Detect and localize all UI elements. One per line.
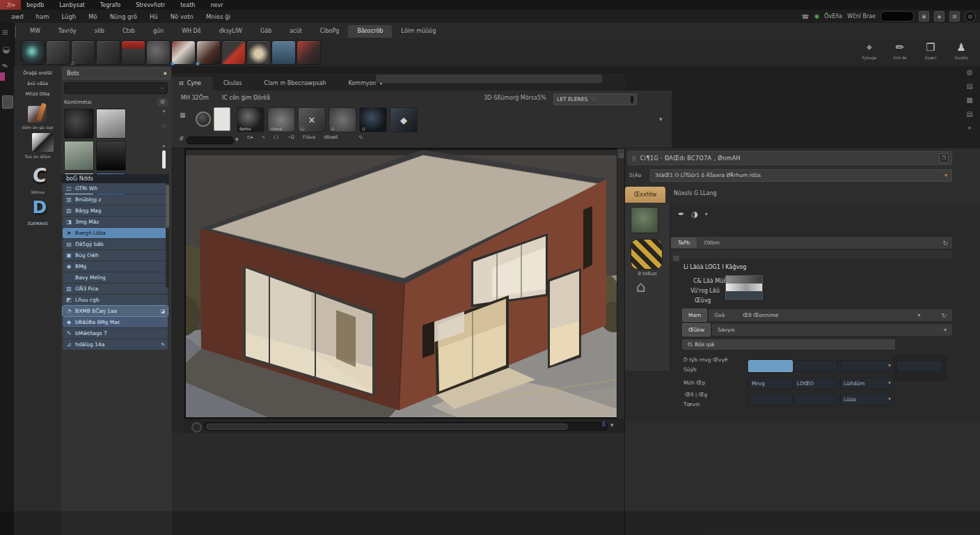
list-item[interactable]: ▤ Dä5gÿ bäb	[63, 239, 168, 249]
scroll-up-icon[interactable]: ▴	[159, 143, 168, 148]
toolbar-thumbnail-button[interactable]	[121, 40, 145, 65]
document-tab[interactable]: Ckulas	[213, 77, 253, 91]
view-control-button[interactable]: ( )	[274, 134, 278, 140]
param-field-3c[interactable]: Lûûo	[840, 394, 891, 405]
sphere-tool-icon[interactable]	[196, 111, 211, 127]
list-item[interactable]: ✎ bMŵtltags 7	[63, 328, 168, 339]
menu-item[interactable]: awd	[11, 13, 24, 20]
material-tool-button[interactable]: O	[329, 107, 356, 132]
toolbar-thumbnail-button[interactable]: ◦	[271, 40, 296, 65]
tool-button[interactable]: ⌖ Fykage	[856, 40, 883, 65]
row-caret-icon[interactable]: ▾	[659, 116, 663, 123]
document-tab[interactable]: ⊟ Cyne	[172, 77, 213, 91]
list-item[interactable]: ◫ GTRi Wh	[63, 183, 168, 194]
param-caret-2[interactable]: ▾	[888, 380, 891, 386]
param-field-2c[interactable]: Lûñdûm	[840, 378, 891, 389]
list-item[interactable]: ◩ Lñuu cgb	[63, 295, 168, 305]
section2-caret-icon[interactable]: ▾	[944, 327, 947, 333]
menu-item[interactable]: Nö votn	[171, 13, 193, 20]
3dmax-logo-icon[interactable]: C	[25, 162, 54, 187]
texture-swatch[interactable]	[96, 141, 126, 171]
menu-item[interactable]: Strevvñotr	[136, 2, 165, 8]
map-tree-item-1[interactable]: C& Lâà Mû&r	[693, 278, 730, 284]
mini-button-2[interactable]: ◉	[934, 11, 945, 22]
section-caret-icon[interactable]: ▾	[917, 312, 920, 318]
section-bar-2[interactable]: Savyıs ▾	[712, 324, 952, 336]
panel-title-bar[interactable]: Bots ✸	[63, 68, 171, 79]
material-tool-button[interactable]: Bptba	[237, 107, 264, 132]
maps-tab[interactable]: OXbm	[697, 238, 727, 248]
menu-item[interactable]: Lanbysat	[59, 2, 84, 8]
scrollbar-thumb[interactable]	[206, 424, 568, 430]
view-control-button[interactable]: F)áva	[303, 134, 315, 140]
section-refresh-icon[interactable]: ↻	[941, 312, 947, 319]
list-item[interactable]: ⊿ hdälùg 14a ✎	[63, 339, 168, 350]
map-tree-item-2[interactable]: Vû'rsg Lâû	[690, 288, 720, 294]
list-item[interactable]: ◉ BMg	[63, 261, 168, 272]
toolbar-thumbnail-button[interactable]: ◉	[171, 40, 196, 65]
edge-tool-icon[interactable]: ⌖	[967, 124, 972, 132]
ribbon-tab[interactable]: gün	[144, 25, 173, 38]
swatch-scroll-thumb[interactable]	[162, 150, 166, 169]
view-mode-button[interactable]: Mñûd Olba	[16, 89, 59, 99]
card-tool-icon[interactable]	[214, 107, 230, 131]
param-field-2b[interactable]: LDŒO	[793, 378, 838, 389]
texture-swatch[interactable]	[64, 141, 94, 171]
view-control-button[interactable]: d8oøß	[324, 134, 338, 140]
param-caret-3[interactable]: ▾	[888, 396, 891, 402]
menu-item[interactable]: Tegrafo	[100, 2, 120, 8]
list-item[interactable]: ▥ Bnüblŋg z	[63, 194, 168, 205]
edge-tool-icon[interactable]: ▩	[966, 96, 972, 104]
menu-item[interactable]: Hü	[150, 13, 158, 20]
edge-tool-icon[interactable]: ▤	[966, 110, 972, 118]
menu-item[interactable]: teath	[180, 2, 195, 8]
paint-icon[interactable]: ◑	[691, 210, 698, 219]
tool-button[interactable]: ✏ Imt.de	[887, 40, 913, 65]
edge-tool-icon[interactable]: ▤	[966, 82, 972, 90]
param-field-1d[interactable]	[896, 360, 942, 372]
ribbon-tab[interactable]: Ctsb	[113, 25, 144, 38]
nav-circle-icon[interactable]	[191, 422, 202, 433]
pen-icon[interactable]: ✎	[1, 61, 9, 70]
menu-item[interactable]: Lügh	[61, 13, 76, 20]
magenta-swatch[interactable]	[0, 72, 5, 81]
viewport-scrollbar-horizontal[interactable]	[204, 422, 608, 431]
bottom-caret-icon[interactable]: ▾	[610, 421, 614, 428]
list-item[interactable]: ◔ BXMB ßČaŋ 1aa ◪	[63, 306, 168, 316]
section-chip-main[interactable]: Mam	[682, 309, 707, 322]
refresh-icon[interactable]: ↻	[942, 240, 948, 247]
param-field-3b[interactable]	[793, 394, 838, 405]
material-brush-icon[interactable]	[28, 106, 47, 123]
header-button[interactable]: ❒	[939, 153, 949, 163]
eyedropper-icon[interactable]: ✒	[678, 210, 684, 219]
view-control-button[interactable]: ⊏▸	[247, 134, 253, 140]
tool-button[interactable]: ♟ Guâño	[948, 40, 974, 65]
material-preview-swatch[interactable]	[631, 207, 658, 233]
tool-button[interactable]: ❒ Gyøci	[917, 40, 944, 65]
tab-model[interactable]: Nûxsls G LLang	[674, 190, 717, 196]
subsection-bar[interactable]: O. Bûs ıpä	[682, 339, 895, 350]
chrome-material-icon[interactable]	[32, 133, 54, 152]
material-tool-button[interactable]: ◆	[390, 107, 418, 132]
pot-icon[interactable]: ◒	[2, 44, 10, 54]
pin-icon[interactable]: ✸	[163, 71, 167, 77]
scroll-down-icon[interactable]: ▾	[159, 109, 168, 114]
mini-material-icon[interactable]: ▦	[180, 111, 186, 118]
section-header[interactable]: Kontimeta: ⚙	[64, 98, 168, 107]
mini-box-icon[interactable]	[673, 256, 679, 261]
slider-caret-icon[interactable]: ▾	[235, 136, 239, 143]
ribbon-tab[interactable]: MW	[21, 25, 49, 38]
view-control-button[interactable]: ∿	[262, 134, 265, 140]
toolbar-thumbnail-button[interactable]	[297, 40, 321, 65]
let-elements-dropdown[interactable]: LET ELERES ∷	[553, 93, 637, 105]
striped-material-icon[interactable]	[631, 239, 663, 270]
grid-icon[interactable]: ⊞	[2, 29, 8, 36]
box-tool-icon[interactable]	[2, 95, 13, 109]
gradient-map-thumbnail[interactable]	[725, 275, 763, 300]
toolbar-thumbnail-button[interactable]: ⚠	[71, 40, 95, 65]
zoom-slider[interactable]	[187, 137, 234, 144]
properties-header-bar[interactable]: ⣿ Ci¶1G · ĐAŒdı BC7O7A , ØnmAH ❒	[628, 151, 952, 165]
list-item[interactable]: ➤ Bxegñ Lôba	[63, 228, 168, 238]
section-chip-2[interactable]: Œûkw	[682, 323, 711, 336]
ribbon-tab[interactable]: Bāoscröb	[348, 25, 392, 38]
